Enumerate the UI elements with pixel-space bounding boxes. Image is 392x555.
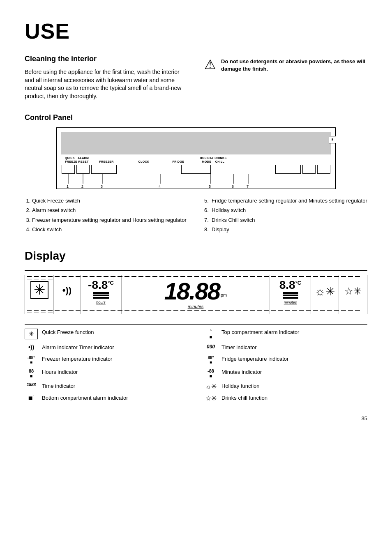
indicator-bottom-alarm: ■° Bottom compartment alarm indicator: [25, 394, 188, 403]
cleaning-heading: Cleaning the interior: [25, 54, 188, 64]
page-title: USE: [25, 16, 367, 46]
indicator-holiday: ☼✳ Holiday function: [204, 382, 367, 390]
indicator-minutes: -88■ Minutes indicator: [204, 368, 367, 378]
btn-3[interactable]: [91, 165, 117, 174]
page-number: 35: [25, 415, 367, 422]
ind-label-holiday: Holiday function: [221, 382, 260, 390]
bottom-divider: [25, 324, 367, 325]
control-panel-heading: Control Panel: [25, 113, 367, 123]
fridge-minutes-label: minutes: [284, 300, 297, 305]
time-minutes-label: minutes: [188, 304, 204, 310]
indicator-freezer-temp: -88°■ Freezer temperature indicator: [25, 355, 188, 364]
list-item-3: Freezer temperature setting regulator an…: [32, 216, 188, 224]
warning-icon: ⚠: [204, 58, 216, 71]
cleaning-body: Before using the appliance for the first…: [25, 68, 188, 100]
seg-freezer-temp: -8.8°C hours: [81, 275, 122, 314]
fridge-temp-value: 8.8°C: [279, 279, 302, 291]
indicator-hours: 88■ Hours indicator: [25, 368, 188, 378]
control-panel-diagram: 8 QUICK ALARM FREEZE RESET FREEZER CLOCK…: [56, 127, 336, 189]
ind-icon-alarm: •)): [25, 344, 38, 351]
list-item-7: 7. Drinks Chill switch: [204, 216, 367, 224]
display-heading: Display: [25, 248, 367, 264]
label-freezer: FREEZER: [99, 160, 113, 164]
ind-icon-drinks: ☆✳: [204, 394, 217, 402]
ind-icon-quick-freeze: ✳: [25, 329, 38, 339]
svg-text:4: 4: [159, 184, 161, 189]
label-freeze-reset: FREEZE RESET: [65, 160, 89, 164]
svg-text:3: 3: [101, 184, 103, 189]
bottom-dashes: [25, 310, 367, 313]
top-dashes: [25, 276, 367, 279]
seg-alarm: •)): [54, 275, 81, 314]
ind-label-timer: Timer indicator: [221, 344, 256, 351]
indicator-timer: 030 Timer indicator: [204, 344, 367, 351]
display-panel: ✳ •)) -8.8°C hours 18.88 pm minutes 8.8°…: [25, 275, 367, 314]
btn-6[interactable]: [302, 165, 316, 174]
list-item-5: 5. Fridge temperature setting regulator …: [204, 197, 367, 205]
label-quick-freeze: QUICK ALARM: [65, 156, 89, 160]
indicator-fridge-temp: 88°■ Fridge temperature indicator: [204, 355, 367, 364]
indicator-time: 1888 Time indicator: [25, 382, 188, 390]
drinks-icon: ☆✳: [344, 281, 362, 298]
warning-text: Do not use detergents or abrasive powder…: [221, 58, 367, 73]
ind-label-bottom-alarm: Bottom compartment alarm indicator: [42, 394, 128, 402]
time-value: 18.88: [164, 279, 220, 303]
panel-display-area: [61, 132, 331, 154]
svg-text:6: 6: [232, 184, 234, 189]
seg-time: 18.88 pm minutes: [122, 275, 270, 314]
fridge-bars: [283, 292, 298, 299]
freezer-hours-label: hours: [96, 300, 106, 305]
connector-lines: 1 2 3 4 5 6 7: [62, 174, 330, 189]
quick-freeze-icon: ✳: [30, 281, 48, 299]
indicator-drinks: ☆✳ Drinks chill function: [204, 394, 367, 403]
label-clock: CLOCK: [138, 160, 150, 164]
seg-fridge-temp: 8.8°C minutes: [270, 275, 311, 314]
ind-label-freezer-temp: Freezer temperature indicator: [42, 355, 112, 363]
ind-icon-bottom-alarm: ■°: [25, 394, 38, 403]
seg-drinks: ☆✳: [339, 275, 367, 314]
indicator-top-alarm: °■ Top compartment alarm indicator: [204, 329, 367, 339]
ind-icon-fridge-temp: 88°■: [204, 355, 217, 364]
right-list: 5. Fridge temperature setting regulator …: [204, 197, 367, 233]
ind-label-time: Time indicator: [42, 382, 75, 390]
indicators-grid: ✳ Quick Freeze function °■ Top compartme…: [25, 329, 367, 403]
list-item-1: Quick Freeze switch: [32, 197, 188, 205]
svg-text:5: 5: [209, 184, 211, 189]
ind-label-fridge-temp: Fridge temperature indicator: [221, 355, 288, 363]
freezer-temp-value: -8.8°C: [88, 279, 114, 291]
label-fridge: FRIDGE: [173, 160, 184, 164]
list-item-2: Alarm reset switch: [32, 207, 188, 214]
list-item-6: 6. Holiday switch: [204, 207, 367, 214]
pm-indicator: pm: [221, 292, 227, 298]
ind-label-top-alarm: Top compartment alarm indicator: [221, 329, 299, 336]
alarm-icon: •)): [62, 281, 71, 297]
svg-text:7: 7: [247, 184, 249, 189]
label-mode-chill: MODE CHILL: [202, 160, 225, 164]
ind-icon-holiday: ☼✳: [204, 382, 217, 390]
seg-holiday: ☼✳: [311, 275, 339, 314]
indicator-alarm: •)) Alarm indicator Timer indicator: [25, 344, 188, 351]
indicator-quick-freeze: ✳ Quick Freeze function: [25, 329, 188, 339]
list-item-8: 8. Display: [204, 226, 367, 233]
ind-icon-top-alarm: °■: [204, 329, 217, 339]
left-list: Quick Freeze switch Alarm reset switch F…: [25, 197, 188, 233]
ind-label-minutes: Minutes indicator: [221, 368, 262, 376]
control-panel-lists: Quick Freeze switch Alarm reset switch F…: [25, 197, 367, 235]
btn-5[interactable]: [275, 165, 301, 174]
holiday-icon: ☼✳: [315, 281, 335, 299]
ind-icon-timer: 030: [204, 344, 217, 350]
svg-text:1: 1: [67, 184, 69, 189]
top-divider: [25, 270, 367, 271]
seg-quick-freeze: ✳: [25, 275, 54, 314]
btn-1[interactable]: [62, 165, 75, 174]
btn-4[interactable]: [181, 165, 211, 174]
ind-icon-hours: 88■: [25, 368, 38, 378]
btn-7[interactable]: [317, 165, 330, 174]
list-item-4: Clock switch: [32, 226, 188, 233]
ind-label-drinks: Drinks chill function: [221, 394, 267, 402]
ind-icon-time: 1888: [25, 382, 38, 387]
label-holiday-drinks: HOLIDAY DRINKS: [200, 156, 226, 160]
ind-icon-freezer-temp: -88°■: [25, 355, 38, 364]
btn-2[interactable]: [76, 165, 90, 174]
ind-label-hours: Hours indicator: [42, 368, 78, 376]
